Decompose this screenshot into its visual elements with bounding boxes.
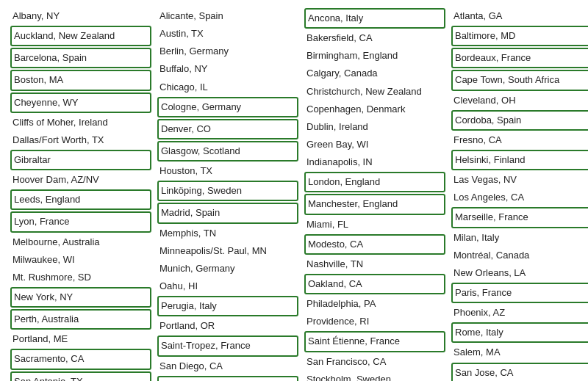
list-item: Hoover Dam, AZ/NV — [10, 171, 151, 189]
list-item: San Diego, CA — [157, 358, 298, 375]
list-item: Dallas/Fort Worth, TX — [10, 131, 151, 149]
list-item: Montréal, Canada — [451, 247, 588, 264]
list-item: Portland, ME — [10, 330, 151, 348]
list-item: Portland, OR — [157, 317, 298, 335]
list-item: Munich, Germany — [157, 260, 298, 277]
list-item: Las Vegas, NV — [451, 171, 588, 189]
list-item: Oahu, HI — [157, 277, 298, 295]
list-item: Salem, MA — [451, 344, 588, 361]
list-item: Seville, Spain — [157, 376, 298, 381]
list-item: Lyon, France — [10, 211, 151, 232]
list-item: Miami, FL — [304, 216, 445, 233]
list-item: Cleveland, OH — [451, 92, 588, 109]
list-item: San Jose, CA — [451, 363, 588, 381]
list-item: Albany, NY — [10, 7, 151, 25]
list-item: Nashville, TN — [304, 255, 445, 273]
list-item: Milwaukee, WI — [10, 251, 151, 269]
city-columns: Albany, NYAuckland, New ZealandBarcelona… — [7, 7, 588, 381]
list-item: Berlin, Germany — [157, 43, 298, 60]
list-item: Cologne, Germany — [157, 97, 298, 117]
list-item: San Antonio, TX — [10, 371, 151, 381]
list-item: Chicago, IL — [157, 79, 298, 96]
list-item: Boston, MA — [10, 70, 151, 90]
column-4: Atlanta, GABaltimore, MDBordeaux, France… — [448, 7, 588, 381]
list-item: New Orleans, LA — [451, 264, 588, 282]
list-item: Phoenix, AZ — [451, 304, 588, 322]
list-item: Memphis, TN — [157, 225, 298, 242]
list-item: Leeds, England — [10, 189, 151, 210]
list-item: Calgary, Canada — [304, 65, 445, 82]
list-item: Saint Étienne, France — [304, 331, 445, 352]
list-item: Philadelphia, PA — [304, 295, 445, 313]
list-item: Bakersfield, CA — [304, 29, 445, 47]
list-item: Houston, TX — [157, 162, 298, 180]
list-item: Bordeaux, France — [451, 48, 588, 68]
list-item: Denver, CO — [157, 119, 298, 139]
list-item: Los Angeles, CA — [451, 189, 588, 206]
list-item: Saint-Tropez, France — [157, 335, 298, 356]
list-item: Marseille, France — [451, 207, 588, 228]
list-item: Providence, RI — [304, 313, 445, 330]
list-item: Cape Town, South Africa — [451, 70, 588, 90]
list-item: Alicante, Spain — [157, 7, 298, 25]
list-item: Copenhagen, Denmark — [304, 101, 445, 118]
list-item: Minneapolis/St. Paul, MN — [157, 242, 298, 260]
list-item: Madrid, Spain — [157, 203, 298, 223]
list-item: Sacramento, CA — [10, 349, 151, 369]
list-item: Baltimore, MD — [451, 26, 588, 46]
column-3: Ancona, ItalyBakersfield, CABirmingham, … — [301, 7, 448, 381]
list-item: San Francisco, CA — [304, 353, 445, 371]
list-item: Indianapolis, IN — [304, 153, 445, 171]
list-item: Stockholm, Sweden — [304, 371, 445, 381]
list-item: Green Bay, WI — [304, 136, 445, 153]
list-item: Manchester, England — [304, 194, 445, 214]
list-item: London, England — [304, 172, 445, 192]
list-item: Birmingham, England — [304, 47, 445, 65]
list-item: Barcelona, Spain — [10, 48, 151, 68]
list-item: Perugia, Italy — [157, 296, 298, 316]
list-item: Dublin, Ireland — [304, 118, 445, 136]
list-item: Cheyenne, WY — [10, 92, 151, 113]
list-item: Melbourne, Australia — [10, 233, 151, 251]
list-item: Cordoba, Spain — [451, 110, 588, 131]
list-item: Paris, France — [451, 283, 588, 303]
list-item: Perth, Australia — [10, 309, 151, 330]
column-1: Albany, NYAuckland, New ZealandBarcelona… — [7, 7, 154, 381]
list-item: Rome, Italy — [451, 322, 588, 343]
list-item: Ancona, Italy — [304, 8, 445, 29]
list-item: Mt. Rushmore, SD — [10, 269, 151, 286]
list-item: New York, NY — [10, 287, 151, 308]
list-item: Modesto, CA — [304, 234, 445, 255]
list-item: Helsinki, Finland — [451, 150, 588, 170]
list-item: Cliffs of Moher, Ireland — [10, 114, 151, 131]
list-item: Fresno, CA — [451, 131, 588, 149]
column-2: Alicante, SpainAustin, TXBerlin, Germany… — [154, 7, 301, 381]
list-item: Linköping, Sweden — [157, 181, 298, 201]
list-item: Christchurch, New Zealand — [304, 83, 445, 101]
list-item: Gibraltar — [10, 150, 151, 170]
list-item: Milan, Italy — [451, 229, 588, 247]
list-item: Glasgow, Scotland — [157, 141, 298, 162]
list-item: Auckland, New Zealand — [10, 26, 151, 46]
list-item: Atlanta, GA — [451, 7, 588, 25]
list-item: Oakland, CA — [304, 274, 445, 294]
list-item: Austin, TX — [157, 25, 298, 43]
list-item: Buffalo, NY — [157, 60, 298, 78]
